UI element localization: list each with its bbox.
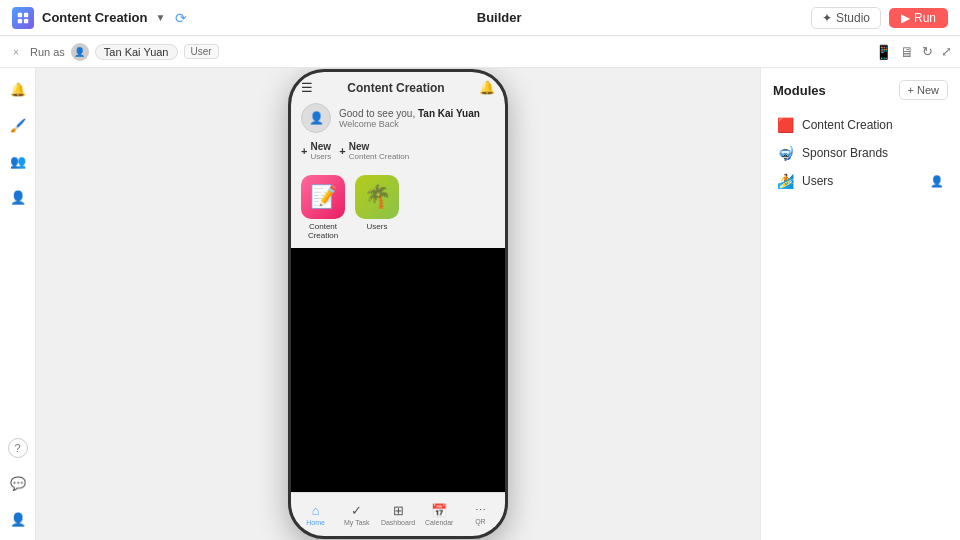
profile-icon[interactable]: 👤 [7,508,29,530]
mytask-label: My Task [344,519,370,526]
home-label: Home [306,519,325,526]
close-icon[interactable]: × [8,44,24,60]
sync-icon: ⟳ [175,10,187,26]
main-layout: 🔔 🖌️ 👥 👤 ? 💬 👤 ☰ Content Creation 🔔 [0,68,960,540]
user-avatar-small: 👤 [71,43,89,61]
svg-rect-2 [18,18,22,22]
phone-screen: ☰ Content Creation 🔔 👤 Good to see you, … [291,72,505,536]
expand-button[interactable]: ⤢ [941,44,952,59]
nav-calendar[interactable]: 📅 Calendar [419,503,460,526]
users-module-label: Users [802,174,833,188]
sponsor-brands-module-label: Sponsor Brands [802,146,888,160]
chevron-down-icon[interactable]: ▼ [155,12,165,23]
left-sidebar: 🔔 🖌️ 👥 👤 ? 💬 👤 [0,68,36,540]
new-users-button[interactable]: + New Users [301,141,331,161]
help-icon[interactable]: ? [8,438,28,458]
run-as-label: Run as [30,46,65,58]
users-module-icon: 🏄 [777,173,794,189]
content-creation-module-label: Content Creation [802,118,893,132]
users-icon-item[interactable]: 🌴 Users [355,175,399,240]
user-avatar: 👤 [301,103,331,133]
sponsor-brands-module-icon: 🤿 [777,145,794,161]
content-creation-icon-item[interactable]: 📝 ContentCreation [301,175,345,240]
new-module-button[interactable]: + New [899,80,948,100]
plus-icon: + [908,84,914,96]
mytask-icon: ✓ [351,503,362,518]
brush-icon[interactable]: 🖌️ [7,114,29,136]
mobile-device-button[interactable]: 📱 [875,44,892,60]
run-icon: ▶ [901,11,910,25]
refresh-button[interactable]: ↻ [922,44,933,59]
new-content-label: New [349,141,409,152]
top-bar-actions: ✦ Studio ▶ Run [811,7,948,29]
app-logo [12,7,34,29]
module-users[interactable]: 🏄 Users 👤 [773,168,948,194]
modules-title: Modules [773,83,826,98]
phone-bottom-nav: ⌂ Home ✓ My Task ⊞ Dashboard 📅 Calendar [291,492,505,536]
bell-icon[interactable]: 🔔 [479,80,495,95]
notifications-icon[interactable]: 🔔 [7,78,29,100]
calendar-icon: 📅 [431,503,447,518]
nav-dashboard[interactable]: ⊞ Dashboard [377,503,418,526]
svg-rect-0 [18,12,22,16]
new-users-label: New [310,141,331,152]
svg-rect-1 [24,12,28,16]
module-content-creation[interactable]: 🟥 Content Creation [773,112,948,138]
app-title: Content Creation [42,10,147,25]
new-content-button[interactable]: + New Content Creation [339,141,409,161]
device-controls: 📱 🖥 ↻ ⤢ [875,44,952,60]
welcome-sub: Welcome Back [339,119,480,129]
studio-button[interactable]: ✦ Studio [811,7,881,29]
new-content-sub: Content Creation [349,152,409,161]
sub-bar: × Run as 👤 Tan Kai Yuan User 📱 🖥 ↻ ⤢ [0,36,960,68]
users-icon[interactable]: 👥 [7,150,29,172]
content-creation-module-icon: 🟥 [777,117,794,133]
content-creation-icon: 📝 [301,175,345,219]
content-creation-label: ContentCreation [308,222,338,240]
qr-icon: ⋯ [475,504,486,517]
home-icon: ⌂ [312,503,320,518]
new-users-sub: Users [310,152,331,161]
welcome-section: 👤 Good to see you, Tan Kai Yuan Welcome … [291,99,505,141]
new-buttons-row: + New Users + New Content Creation [291,141,505,169]
new-users-plus: + [301,145,307,157]
qr-label: QR [475,518,486,525]
app-screen-title: Content Creation [347,81,444,95]
top-bar: Content Creation ▼ ⟳ Builder ✦ Studio ▶ … [0,0,960,36]
canvas-area: ☰ Content Creation 🔔 👤 Good to see you, … [36,68,760,540]
hamburger-icon[interactable]: ☰ [301,80,313,95]
nav-qr[interactable]: ⋯ QR [460,504,501,525]
nav-mytask[interactable]: ✓ My Task [336,503,377,526]
welcome-name: Tan Kai Yuan [418,108,480,119]
builder-title: Builder [195,10,803,25]
user-add-icon[interactable]: 👤 [7,186,29,208]
app-icons-row: 📝 ContentCreation 🌴 Users [291,169,505,248]
dashboard-label: Dashboard [381,519,415,526]
greeting-text: Good to see you, [339,108,415,119]
user-name-tag[interactable]: Tan Kai Yuan [95,44,178,60]
studio-icon: ✦ [822,11,832,25]
discord-icon[interactable]: 💬 [7,472,29,494]
new-content-plus: + [339,145,345,157]
right-panel: Modules + New 🟥 Content Creation 🤿 Spons… [760,68,960,540]
users-module-person-icon: 👤 [930,175,944,188]
dashboard-icon: ⊞ [393,503,404,518]
run-button[interactable]: ▶ Run [889,8,948,28]
calendar-label: Calendar [425,519,453,526]
phone-mockup: ☰ Content Creation 🔔 👤 Good to see you, … [288,69,508,539]
svg-rect-3 [24,18,28,22]
users-app-icon: 🌴 [355,175,399,219]
nav-home[interactable]: ⌂ Home [295,503,336,526]
modules-header: Modules + New [773,80,948,100]
phone-content: ☰ Content Creation 🔔 👤 Good to see you, … [291,72,505,492]
desktop-device-button[interactable]: 🖥 [900,44,914,60]
users-app-label: Users [367,222,388,231]
new-label: New [917,84,939,96]
app-header: ☰ Content Creation 🔔 [291,72,505,99]
module-sponsor-brands[interactable]: 🤿 Sponsor Brands [773,140,948,166]
user-badge: User [184,44,219,59]
